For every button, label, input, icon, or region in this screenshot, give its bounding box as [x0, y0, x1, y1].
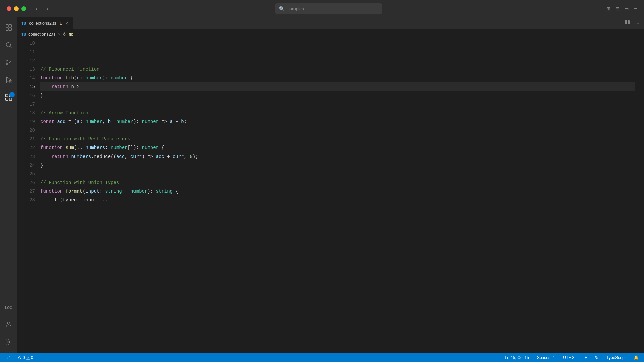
- line-number: 24: [20, 161, 35, 170]
- branch-status[interactable]: ⎇: [4, 353, 11, 362]
- split-editor-icon[interactable]: ▭: [625, 5, 628, 12]
- status-left: ⎇ ⊘ 0 △ 0: [4, 353, 34, 362]
- sidebar-item-search[interactable]: [1, 38, 17, 54]
- code-line: return n >: [40, 82, 635, 91]
- code-line: function fib(n: number): number {: [40, 74, 635, 82]
- sidebar-item-log[interactable]: LOG: [1, 300, 17, 316]
- tab-close-button[interactable]: ×: [65, 20, 69, 27]
- sync-icon[interactable]: ↻: [594, 353, 600, 362]
- text-cursor: [80, 84, 80, 90]
- line-number: 17: [20, 100, 35, 109]
- code-line: [40, 56, 635, 65]
- warnings-count: 0: [31, 355, 33, 360]
- activity-bar: 1 LOG: [0, 17, 17, 353]
- more-actions-icon[interactable]: ⋯: [634, 5, 637, 12]
- line-numbers: 10111213141516171819202122232425262728: [17, 39, 38, 353]
- line-number: 18: [20, 109, 35, 117]
- svg-point-8: [6, 63, 8, 65]
- code-line: [40, 39, 635, 48]
- breadcrumb-symbol[interactable]: fib: [69, 32, 73, 37]
- minimize-button[interactable]: [14, 6, 19, 11]
- svg-rect-2: [6, 27, 8, 30]
- cursor-position-status[interactable]: Ln 15, Col 15: [504, 353, 530, 362]
- status-bar: ⎇ ⊘ 0 △ 0 Ln 15, Col 15 Spaces: 4 UTF-8 …: [0, 353, 644, 362]
- line-number: 13: [20, 65, 35, 74]
- line-ending-status[interactable]: LF: [581, 353, 588, 362]
- back-button[interactable]: ‹: [33, 4, 40, 14]
- tab-bar: TS collections2.ts 1 × ⋯: [17, 17, 644, 29]
- code-content: // Fibonacci functionfunction fib(n: num…: [38, 39, 640, 353]
- line-number: 25: [20, 170, 35, 178]
- extensions-badge: 1: [9, 92, 15, 97]
- tab-filename: collections2.ts: [29, 21, 56, 26]
- svg-rect-17: [6, 98, 8, 100]
- svg-rect-3: [9, 27, 11, 30]
- svg-rect-15: [6, 94, 8, 96]
- titlebar-right: ⊞ ⊟ ▭ ⋯: [607, 5, 637, 12]
- code-line: const add = (a: number, b: number): numb…: [40, 117, 635, 126]
- code-line: [40, 48, 635, 56]
- svg-rect-22: [628, 20, 630, 24]
- tab-actions: ⋯: [623, 18, 644, 28]
- command-palette-icon[interactable]: ⊞: [607, 5, 610, 12]
- search-placeholder: samples: [287, 6, 304, 11]
- editor-tab[interactable]: TS collections2.ts 1 ×: [17, 17, 73, 29]
- code-line: // Function with Rest Parameters: [40, 135, 635, 143]
- breadcrumb: TS collections2.ts > fib: [17, 29, 644, 39]
- breadcrumb-symbol-icon: [62, 32, 67, 37]
- search-sidebar-icon: [5, 41, 12, 50]
- sidebar-item-run[interactable]: [1, 72, 17, 88]
- more-options-button[interactable]: ⋯: [634, 19, 640, 28]
- line-number: 12: [20, 56, 35, 65]
- svg-rect-18: [9, 98, 12, 100]
- minimap: [640, 39, 644, 353]
- code-line: [40, 100, 635, 109]
- line-number: 21: [20, 135, 35, 143]
- encoding-status[interactable]: UTF-8: [561, 353, 576, 362]
- svg-point-4: [6, 42, 11, 47]
- log-label: LOG: [5, 306, 12, 310]
- svg-rect-21: [625, 20, 627, 24]
- settings-icon: [5, 338, 12, 347]
- language-status[interactable]: TypeScript: [605, 353, 627, 362]
- code-line: }: [40, 161, 635, 170]
- breadcrumb-file[interactable]: collections2.ts: [28, 32, 56, 37]
- code-line: [40, 170, 635, 178]
- split-editor-button[interactable]: [623, 18, 631, 28]
- line-number: 15: [20, 82, 35, 91]
- svg-rect-1: [9, 24, 11, 27]
- close-button[interactable]: [7, 6, 11, 11]
- forward-button[interactable]: ›: [44, 4, 51, 14]
- errors-count: 0: [23, 355, 25, 360]
- errors-warnings-status[interactable]: ⊘ 0 △ 0: [17, 353, 34, 362]
- line-number: 22: [20, 143, 35, 152]
- source-control-icon: [5, 59, 12, 68]
- indentation-status[interactable]: Spaces: 4: [536, 353, 556, 362]
- svg-rect-0: [6, 24, 8, 27]
- notification-icon[interactable]: 🔔: [632, 353, 640, 362]
- code-line: // Arrow Function: [40, 109, 635, 117]
- layout-icon[interactable]: ⊟: [615, 5, 619, 12]
- sidebar-item-account[interactable]: [1, 317, 17, 333]
- breadcrumb-ts-icon: TS: [21, 32, 26, 36]
- main-layout: 1 LOG TS colle: [0, 17, 644, 353]
- sidebar-item-extensions[interactable]: 1: [1, 90, 17, 106]
- sidebar-item-source-control[interactable]: [1, 55, 17, 71]
- code-editor[interactable]: 10111213141516171819202122232425262728 /…: [17, 39, 644, 353]
- sidebar-item-explorer[interactable]: [1, 20, 17, 36]
- sidebar-item-settings[interactable]: [1, 335, 17, 351]
- editor-area: TS collections2.ts 1 × ⋯ TS collections2…: [17, 17, 644, 353]
- line-number: 27: [20, 187, 35, 196]
- search-bar[interactable]: 🔍 samples: [275, 3, 382, 14]
- search-icon: 🔍: [279, 6, 285, 12]
- code-line: function format(input: string | number):…: [40, 187, 635, 196]
- svg-point-23: [63, 33, 65, 35]
- titlebar: ‹ › 🔍 samples ⊞ ⊟ ▭ ⋯: [0, 0, 644, 17]
- maximize-button[interactable]: [21, 6, 26, 11]
- line-number: 28: [20, 196, 35, 204]
- svg-point-7: [10, 60, 11, 61]
- tab-modified-indicator: 1: [60, 21, 62, 26]
- code-line: return numbers.reduce((acc, curr) => acc…: [40, 152, 635, 161]
- titlebar-left: ‹ ›: [7, 4, 51, 14]
- line-number: 20: [20, 126, 35, 135]
